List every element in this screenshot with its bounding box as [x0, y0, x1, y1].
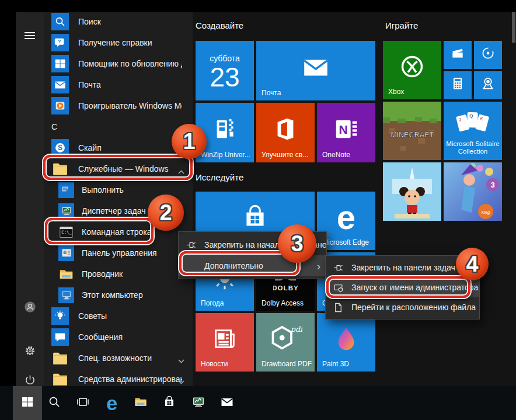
tile-mailbig[interactable]: Почта	[256, 41, 375, 100]
windows-icon	[51, 55, 69, 72]
folder-icon	[51, 370, 69, 388]
svg-text:Q: Q	[469, 113, 473, 119]
settings-icon	[24, 345, 36, 357]
system-monitor-button[interactable]	[185, 386, 212, 420]
tile-label: OneNote	[322, 151, 350, 159]
store-icon	[162, 395, 176, 411]
mail-icon	[220, 395, 234, 411]
file-explorer-icon	[134, 395, 148, 411]
onenote-icon: N	[333, 116, 360, 143]
tile-maps[interactable]	[474, 71, 502, 99]
svg-text:?: ?	[58, 39, 61, 44]
app-list-section-header: С	[44, 116, 193, 137]
app-list-item-explorer-12[interactable]: Проводник	[44, 263, 193, 284]
tile-drawboard[interactable]: pdfDrawboard PDF	[256, 313, 315, 372]
app-list-item-help-1[interactable]: ?Получение справки	[44, 32, 193, 53]
app-list-item-label: Помощник по обновлению до...	[78, 59, 182, 68]
music-icon	[480, 46, 496, 61]
run-icon	[58, 182, 74, 198]
screen: Поиск?Получение справкиПомощник по обнов…	[0, 0, 516, 420]
settings-button[interactable]	[16, 339, 44, 362]
app-list-item-label: Проводник	[82, 269, 123, 279]
maps-icon	[480, 76, 496, 91]
annotation-number: 3	[291, 231, 303, 256]
search-button[interactable]	[41, 386, 68, 420]
tile-calendar[interactable]: суббота23	[196, 41, 254, 100]
menu-item-label: Перейти к расположению файла	[351, 303, 476, 312]
start-icon	[20, 395, 34, 411]
tile-minecraft[interactable]: MINECRAFT	[383, 102, 441, 160]
tile-label: Paint 3D	[322, 360, 349, 368]
svg-text:king: king	[482, 210, 490, 215]
tile-label: Xbox	[388, 88, 404, 96]
paint3d-icon	[333, 325, 360, 352]
app-list-item-mail-3[interactable]: Почта	[44, 74, 193, 95]
tile-bubblewitch[interactable]: 3king	[444, 162, 502, 221]
app-list-item-label: Панель управления	[82, 248, 157, 258]
app-list-item-controlpanel-11[interactable]: Панель управления	[44, 242, 193, 263]
task-view-button[interactable]	[69, 386, 96, 420]
annotation-box-1	[43, 155, 193, 180]
hamburger-menu-button[interactable]	[16, 24, 44, 47]
search-icon	[47, 395, 61, 411]
tile-paint3d[interactable]: Paint 3D	[317, 313, 375, 372]
tile-film[interactable]	[444, 41, 472, 69]
svg-text:pdf: pdf	[290, 325, 302, 334]
app-list-item-label: Спец. возможности	[78, 353, 152, 363]
calendar-day-number: 23	[210, 63, 239, 91]
tile-label: WinZip Univer...	[201, 151, 250, 159]
tile-disney[interactable]	[383, 162, 441, 221]
svg-text:3: 3	[490, 181, 494, 189]
context-submenu-item-2[interactable]: Перейти к расположению файла	[326, 297, 479, 317]
tile-cards[interactable]: JQKMicrosoft Solitaire Collection	[444, 102, 502, 160]
app-list-item-messages-15[interactable]: Сообщения	[44, 327, 193, 348]
app-list-item-tips-14[interactable]: Советы	[44, 306, 193, 327]
app-list-item-label: Скайп	[78, 143, 102, 152]
scrollbar-thumb[interactable]	[512, 12, 515, 43]
messages-icon	[51, 328, 69, 346]
news-icon	[211, 325, 238, 352]
tile-xbox[interactable]: Xbox	[383, 41, 441, 99]
annotation-box-4	[326, 276, 470, 298]
app-list-item-label: Этот компьютер	[82, 290, 143, 300]
tips-icon	[51, 307, 69, 325]
annotation-number: 4	[466, 252, 478, 277]
skype-icon: S	[51, 139, 69, 157]
drawboard-icon: pdf	[269, 324, 302, 353]
app-list-item-search-0[interactable]: Поиск	[44, 11, 193, 32]
tile-office[interactable]: Улучшите св...	[256, 103, 315, 162]
tile-label: Улучшите св...	[262, 151, 308, 159]
annotation-circle-2: 2	[148, 195, 184, 231]
xbox-icon	[399, 53, 426, 80]
tile-group-title-create: Создавайте	[196, 20, 243, 30]
tile-calc[interactable]	[444, 71, 472, 99]
bubblewitch-artwork: 3king	[444, 162, 502, 221]
store-button[interactable]	[156, 386, 183, 420]
avatar-button[interactable]	[16, 295, 44, 318]
tile-onenote[interactable]: NOneNote	[317, 103, 375, 162]
mailbig-icon	[301, 53, 330, 82]
app-list-item-wmp-4[interactable]: Проигрыватель Windows Media	[44, 95, 193, 116]
system-monitor-icon	[191, 395, 205, 411]
disney-artwork	[383, 162, 441, 221]
edge-button[interactable]: e	[99, 386, 125, 420]
app-list-item-label: Советы	[78, 311, 107, 321]
avatar-icon	[24, 301, 36, 313]
minecraft-artwork: MINECRAFT	[383, 102, 441, 160]
mail-icon	[51, 76, 69, 93]
app-list-item-thispc-13[interactable]: Этот компьютер	[44, 284, 193, 306]
svg-text:DOLBY: DOLBY	[273, 284, 298, 291]
start-button[interactable]	[13, 386, 42, 420]
calc-icon	[450, 76, 465, 91]
explorer-icon	[58, 266, 74, 282]
svg-text:S: S	[58, 144, 62, 152]
file-explorer-button[interactable]	[127, 386, 154, 420]
mail-button[interactable]	[214, 386, 240, 420]
app-list-item-windows-2[interactable]: Помощник по обновлению до...	[44, 53, 193, 74]
edge-logo-icon: e	[337, 200, 355, 234]
tile-news[interactable]: Новости	[196, 313, 254, 372]
tile-label: Microsoft Edge	[322, 238, 369, 247]
tile-music[interactable]	[474, 41, 502, 69]
annotation-number: 1	[183, 129, 195, 154]
app-list-item-folder-16[interactable]: Спец. возможности	[44, 348, 193, 369]
